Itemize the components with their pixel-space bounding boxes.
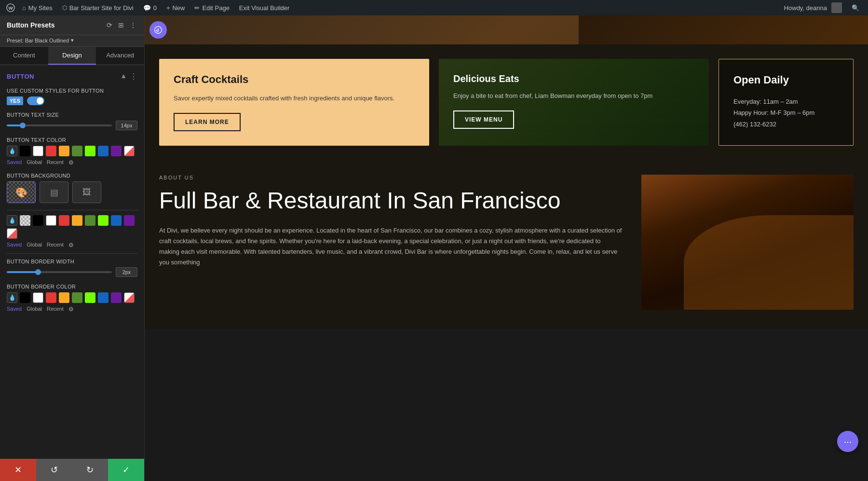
recent-label-2[interactable]: Recent — [47, 242, 64, 248]
learn-more-button[interactable]: LEARN MORE — [174, 113, 241, 131]
redo-button[interactable]: ↻ — [72, 459, 108, 481]
color-olive[interactable] — [72, 146, 82, 156]
toggle-yes-label: YES — [7, 96, 23, 105]
bg-color-palette: 💧 — [7, 215, 137, 239]
color-blue-2[interactable] — [111, 215, 122, 226]
color-yellow-2[interactable] — [72, 215, 82, 226]
tab-design[interactable]: Design — [48, 47, 96, 65]
comments-item[interactable]: 💬 0 — [138, 0, 162, 15]
color-green[interactable] — [85, 146, 95, 156]
bg-option-image[interactable]: 🖼 — [72, 181, 101, 203]
my-sites-menu[interactable]: ⌂ My Sites — [17, 0, 57, 15]
exit-builder-item[interactable]: Exit Visual Builder — [234, 0, 295, 15]
panel-content: Button ▲ ⋮ Use Custom Styles For Button … — [0, 65, 144, 459]
color-settings-icon-1[interactable]: ⚙ — [68, 159, 74, 166]
color-black[interactable] — [20, 146, 30, 156]
color-red[interactable] — [46, 146, 56, 156]
border-width-value[interactable]: 2px — [116, 267, 137, 277]
saved-label-2[interactable]: Saved — [7, 242, 22, 248]
redo-icon: ↻ — [86, 465, 94, 475]
cancel-button[interactable]: ✕ — [0, 459, 36, 481]
color-olive-3[interactable] — [72, 292, 82, 303]
color-purple-2[interactable] — [124, 215, 135, 226]
text-size-slider-row: 14px — [7, 121, 137, 130]
color-olive-2[interactable] — [85, 215, 95, 226]
color-yellow-3[interactable] — [59, 292, 69, 303]
save-icon: ✓ — [122, 465, 130, 475]
color-none-3[interactable] — [124, 292, 135, 303]
global-label-3[interactable]: Global — [27, 306, 42, 313]
color-white-3[interactable] — [33, 292, 43, 303]
color-settings-icon-2[interactable]: ⚙ — [68, 242, 74, 248]
recent-label-3[interactable]: Recent — [47, 306, 64, 313]
text-size-value[interactable]: 14px — [116, 121, 137, 130]
hours-2: Happy Hour: M-F 3pm – 6pm — [733, 109, 814, 116]
color-blue-3[interactable] — [98, 292, 108, 303]
bottom-bar: ✕ ↺ ↻ ✓ — [0, 459, 144, 481]
color-red-2[interactable] — [59, 215, 69, 226]
wp-logo[interactable]: W — [4, 0, 17, 15]
divi-circle-button[interactable]: d — [149, 21, 167, 39]
more-icon[interactable]: ⋮ — [129, 20, 137, 30]
section-icons: ▲ ⋮ — [120, 72, 137, 81]
global-label-1[interactable]: Global — [27, 159, 42, 166]
bg-option-gradient[interactable]: ▤ — [40, 181, 68, 203]
fab-button[interactable]: ··· — [837, 431, 858, 452]
tab-advanced[interactable]: Advanced — [96, 47, 144, 65]
border-width-thumb[interactable] — [35, 269, 41, 275]
color-none[interactable] — [124, 146, 135, 156]
color-settings-icon-3[interactable]: ⚙ — [68, 306, 74, 313]
saved-label-1[interactable]: Saved — [7, 159, 22, 166]
section-options-icon[interactable]: ⋮ — [130, 72, 137, 81]
custom-styles-toggle[interactable] — [27, 96, 44, 105]
sync-icon[interactable]: ⟳ — [106, 20, 113, 30]
text-color-label: Button Text Color — [7, 137, 137, 143]
color-blue[interactable] — [98, 146, 108, 156]
eyedropper-tool[interactable]: 💧 — [7, 146, 17, 156]
text-size-thumb[interactable] — [20, 123, 26, 128]
save-button[interactable]: ✓ — [108, 459, 144, 481]
edit-page-item[interactable]: ✏ Edit Page — [190, 0, 234, 15]
eats-description: Enjoy a bite to eat from chef, Liam Bowm… — [453, 91, 694, 101]
site-name-item[interactable]: ⬡ Bar Starter Site for Divi — [57, 0, 138, 15]
saved-label-3[interactable]: Saved — [7, 306, 22, 313]
button-border-width-row: Button Border Width 2px — [7, 259, 137, 277]
color-green-2[interactable] — [98, 215, 108, 226]
card-eats: Delicious Eats Enjoy a bite to eat from … — [439, 59, 709, 146]
howdy-item[interactable]: Howdy, deanna — [779, 0, 847, 15]
color-white-2[interactable] — [46, 215, 56, 226]
search-icon: 🔍 — [852, 4, 859, 12]
search-button[interactable]: 🔍 — [847, 0, 864, 15]
my-sites-icon: ⌂ — [22, 4, 26, 12]
undo-button[interactable]: ↺ — [36, 459, 72, 481]
color-black-2[interactable] — [33, 215, 43, 226]
button-text-size-row: Button Text Size 14px — [7, 112, 137, 130]
main-layout: Button Presets ⟳ ⊞ ⋮ Preset: Bar Black O… — [0, 15, 868, 481]
view-menu-button[interactable]: VIEW MENU — [453, 110, 514, 129]
color-row-actions-3: Saved Global Recent ⚙ — [7, 306, 137, 313]
color-yellow[interactable] — [59, 146, 69, 156]
color-green-3[interactable] — [85, 292, 95, 303]
global-label-2[interactable]: Global — [27, 242, 42, 248]
preset-label: Preset: Bar Black Outlined — [7, 38, 69, 43]
color-purple-3[interactable] — [111, 292, 122, 303]
new-item[interactable]: + New — [162, 0, 190, 15]
bg-option-solid[interactable]: 🎨 — [7, 181, 36, 203]
about-label: ABOUT US — [159, 175, 622, 180]
admin-bar: W ⌂ My Sites ⬡ Bar Starter Site for Divi… — [0, 0, 868, 15]
tab-content[interactable]: Content — [0, 47, 48, 65]
recent-label-1[interactable]: Recent — [47, 159, 64, 166]
color-checker[interactable] — [20, 215, 30, 226]
toggle-row: YES — [7, 96, 137, 105]
color-black-3[interactable] — [20, 292, 30, 303]
undo-icon: ↺ — [51, 465, 58, 475]
grid-icon[interactable]: ⊞ — [117, 20, 125, 30]
color-white[interactable] — [33, 146, 43, 156]
color-purple[interactable] — [111, 146, 122, 156]
eyedropper-tool-2[interactable]: 💧 — [7, 215, 17, 226]
collapse-icon[interactable]: ▲ — [120, 72, 127, 81]
edit-icon: ✏ — [194, 4, 200, 12]
color-red-3[interactable] — [46, 292, 56, 303]
color-none-2[interactable] — [7, 228, 17, 239]
eyedropper-tool-3[interactable]: 💧 — [7, 292, 17, 303]
